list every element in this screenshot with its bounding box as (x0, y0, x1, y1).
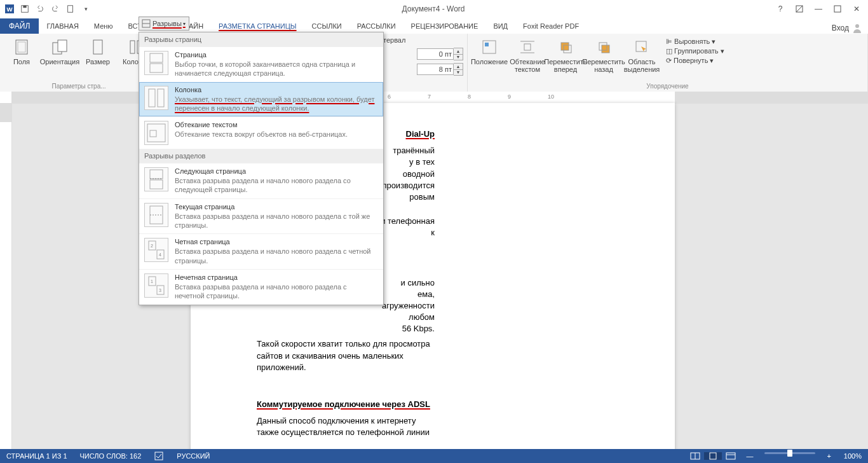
view-web-icon[interactable] (722, 452, 740, 460)
svg-text:4: 4 (159, 252, 161, 257)
document-area: ⌐ 678910 Dial-Up транённый у в тех оводн… (0, 92, 868, 449)
window-title: Документ4 - Word (95, 4, 771, 13)
dd-item-odd-page[interactable]: 13 Нечетная страницаВставка разрыва разд… (139, 269, 383, 305)
size-button[interactable]: Размер (80, 35, 116, 66)
svg-rect-46 (155, 452, 163, 460)
group-label: Параметры стра... (4, 83, 154, 91)
dropdown-section-header: Разрывы страниц (139, 32, 383, 46)
svg-rect-27 (150, 53, 163, 62)
status-word-count[interactable]: ЧИСЛО СЛОВ: 162 (74, 449, 148, 463)
svg-rect-50 (726, 453, 735, 459)
horizontal-ruler[interactable]: 678910 (0, 92, 868, 104)
dd-item-continuous[interactable]: Текущая страницаВставка разрыва раздела … (139, 198, 383, 234)
tab-file[interactable]: ФАЙЛ (0, 18, 39, 34)
svg-rect-4 (68, 6, 73, 13)
zoom-in-icon[interactable]: + (820, 452, 837, 460)
tab-review[interactable]: РЕЦЕНЗИРОВАНИЕ (403, 18, 486, 34)
svg-rect-20 (561, 43, 569, 50)
status-bar: СТРАНИЦА 1 ИЗ 1 ЧИСЛО СЛОВ: 162 РУССКИЙ … (0, 449, 868, 463)
group-page-setup: Поля Ориентация Размер Колонки Параметры… (0, 34, 158, 92)
zoom-slider[interactable] (764, 452, 815, 454)
dd-item-next-page[interactable]: Следующая страницаВставка разрыва раздел… (139, 163, 383, 198)
column-break-icon (144, 86, 168, 110)
wrap-text-button[interactable]: Обтекание текстом (510, 35, 545, 73)
ribbon: Поля Ориентация Размер Колонки Параметры… (0, 34, 868, 93)
send-backward-button[interactable]: Переместить назад (586, 35, 621, 73)
group-label: Упорядочение (471, 83, 864, 91)
group-arrange: Положение Обтекание текстом Переместить … (468, 34, 868, 92)
svg-rect-6 (834, 6, 841, 12)
view-print-icon[interactable] (704, 452, 722, 460)
page-break-icon (144, 51, 168, 75)
undo-icon[interactable] (33, 2, 47, 16)
svg-rect-11 (58, 40, 67, 52)
help-icon[interactable]: ? (771, 2, 789, 16)
section-next-icon (144, 167, 168, 191)
dropdown-section-header: Разрывы разделов (139, 149, 383, 163)
maximize-icon[interactable] (829, 2, 846, 16)
svg-rect-30 (158, 89, 164, 107)
align-button[interactable]: ⊫ Выровнять ▾ (666, 38, 724, 46)
save-icon[interactable] (18, 2, 32, 16)
status-page[interactable]: СТРАНИЦА 1 ИЗ 1 (0, 449, 74, 463)
svg-rect-17 (524, 44, 531, 50)
qat-customize-icon[interactable]: ▾ (79, 2, 93, 16)
breaks-dropdown-trigger[interactable]: Разрывы▾ (139, 17, 189, 31)
dd-item-column[interactable]: КолонкаУказывает, что текст, следующий з… (139, 82, 383, 117)
section-even-icon: 24 (144, 238, 168, 262)
close-icon[interactable]: ✕ (848, 2, 865, 16)
zoom-level[interactable]: 100% (837, 452, 868, 460)
tab-home[interactable]: ГЛАВНАЯ (39, 18, 86, 34)
word-icon[interactable]: W (3, 2, 17, 16)
svg-point-7 (855, 24, 859, 28)
user-icon (851, 22, 863, 34)
svg-text:W: W (6, 6, 13, 13)
svg-rect-3 (23, 6, 26, 8)
spacing-label: Интервал (374, 35, 463, 44)
status-spell-icon[interactable] (147, 449, 170, 463)
section-continuous-icon (144, 203, 168, 227)
view-read-icon[interactable] (686, 452, 704, 460)
spinner-icon[interactable]: ▲▼ (454, 63, 463, 76)
tab-foxit[interactable]: Foxit Reader PDF (515, 18, 587, 34)
svg-rect-13 (130, 41, 135, 53)
svg-rect-28 (150, 64, 163, 73)
svg-rect-29 (149, 89, 155, 107)
svg-text:1: 1 (151, 279, 153, 284)
ribbon-options-icon[interactable] (790, 2, 808, 16)
dd-item-page[interactable]: СтраницаВыбор точки, в которой заканчива… (139, 46, 383, 82)
group-spacing: Интервал 0 пт▲▼ 8 пт▲▼ (370, 34, 468, 92)
login-link[interactable]: Вход (832, 24, 849, 32)
text-wrap-icon (144, 121, 168, 145)
svg-text:2: 2 (151, 244, 153, 248)
spacing-before-input[interactable]: 0 пт (417, 48, 454, 60)
ribbon-tabs: ФАЙЛ ГЛАВНАЯ Меню ВСТАВКА ДИЗАЙН РАЗМЕТК… (0, 18, 868, 34)
dd-item-text-wrap[interactable]: Обтекание текстомОбтекание текста вокруг… (139, 116, 383, 149)
zoom-out-icon[interactable]: — (740, 452, 759, 460)
tab-menu[interactable]: Меню (86, 18, 121, 34)
rotate-button[interactable]: ⟳ Повернуть ▾ (666, 57, 724, 65)
svg-rect-49 (710, 453, 716, 459)
margins-button[interactable]: Поля (4, 35, 39, 66)
dd-item-even-page[interactable]: 24 Четная страницаВставка разрыва раздел… (139, 233, 383, 269)
section-odd-icon: 13 (144, 273, 168, 298)
spinner-icon[interactable]: ▲▼ (454, 48, 463, 60)
spacing-after-input[interactable]: 8 пт (417, 64, 454, 75)
status-language[interactable]: РУССКИЙ (170, 449, 216, 463)
bring-forward-button[interactable]: Переместить вперед (548, 35, 583, 73)
group-button[interactable]: ◫ Группировать ▾ (666, 47, 724, 55)
minimize-icon[interactable]: — (810, 2, 827, 16)
tab-view[interactable]: ВИД (485, 18, 515, 34)
breaks-dropdown: Разрывы страниц СтраницаВыбор точки, в к… (139, 32, 384, 305)
title-bar: W ▾ Документ4 - Word ? — ✕ (0, 0, 868, 18)
redo-icon[interactable] (48, 2, 62, 16)
selection-pane-button[interactable]: Область выделения (624, 35, 660, 73)
svg-rect-22 (602, 45, 609, 53)
svg-text:3: 3 (159, 288, 161, 293)
vertical-ruler[interactable] (0, 103, 12, 449)
orientation-button[interactable]: Ориентация (42, 35, 78, 66)
heading-adsl: Коммутируемое подключение через ADSL (257, 399, 435, 410)
svg-rect-9 (18, 42, 25, 52)
position-button[interactable]: Положение (471, 35, 507, 66)
new-doc-icon[interactable] (64, 2, 78, 16)
